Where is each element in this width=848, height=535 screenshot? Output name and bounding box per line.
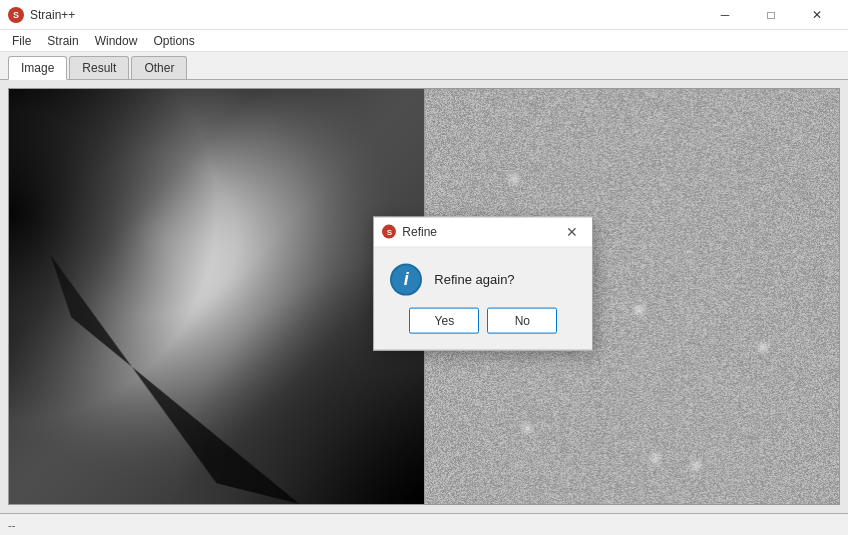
tab-other[interactable]: Other xyxy=(131,56,187,79)
menu-file[interactable]: File xyxy=(4,32,39,50)
status-left: -- xyxy=(8,519,15,531)
no-button[interactable]: No xyxy=(487,307,557,333)
tab-bar: Image Result Other xyxy=(0,52,848,80)
left-image-panel xyxy=(9,89,425,504)
dialog-title-text: Refine xyxy=(402,225,437,239)
dialog-message-row: i Refine again? xyxy=(390,263,576,295)
menu-options[interactable]: Options xyxy=(145,32,202,50)
title-bar-controls: ─ □ ✕ xyxy=(702,0,840,30)
menu-window[interactable]: Window xyxy=(87,32,146,50)
tab-image[interactable]: Image xyxy=(8,56,67,80)
window-title: Strain++ xyxy=(30,8,75,22)
dialog-title-left: S Refine xyxy=(382,225,437,239)
refine-dialog: S Refine ✕ i Refine again? Yes No xyxy=(373,216,593,350)
close-button[interactable]: ✕ xyxy=(794,0,840,30)
dialog-close-button[interactable]: ✕ xyxy=(560,220,584,244)
title-bar: S Strain++ ─ □ ✕ xyxy=(0,0,848,30)
menu-strain[interactable]: Strain xyxy=(39,32,86,50)
dialog-titlebar: S Refine ✕ xyxy=(374,217,592,247)
tab-result[interactable]: Result xyxy=(69,56,129,79)
menu-bar: File Strain Window Options xyxy=(0,30,848,52)
yes-button[interactable]: Yes xyxy=(409,307,479,333)
dialog-message: Refine again? xyxy=(434,272,514,287)
dialog-body: i Refine again? Yes No xyxy=(374,247,592,349)
info-icon: i xyxy=(390,263,422,295)
left-image-canvas xyxy=(9,89,424,504)
title-bar-left: S Strain++ xyxy=(8,7,75,23)
dialog-buttons: Yes No xyxy=(390,307,576,333)
dialog-app-icon: S xyxy=(382,225,396,239)
status-bar: -- xyxy=(0,513,848,535)
app-icon: S xyxy=(8,7,24,23)
main-content: S Refine ✕ i Refine again? Yes No xyxy=(0,80,848,513)
minimize-button[interactable]: ─ xyxy=(702,0,748,30)
maximize-button[interactable]: □ xyxy=(748,0,794,30)
